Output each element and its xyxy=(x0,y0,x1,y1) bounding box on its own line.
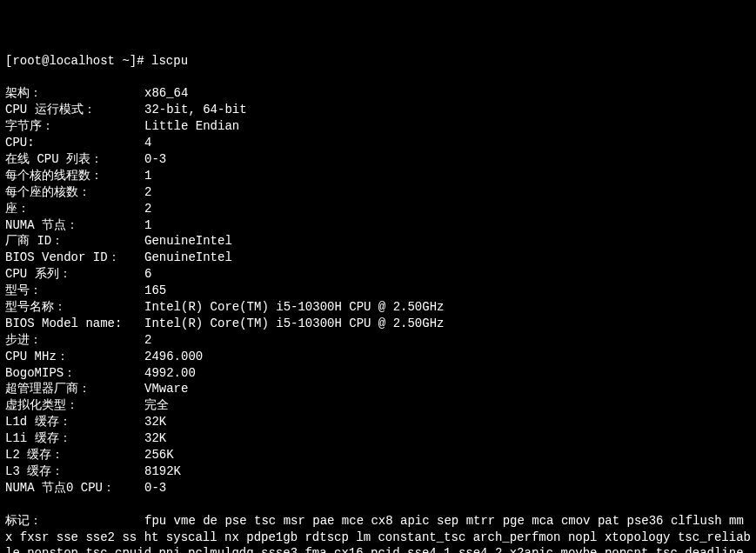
row-label: 每个核的线程数： xyxy=(5,168,144,184)
row-label: CPU 运行模式： xyxy=(5,102,144,118)
output-row: 架构：x86_64 xyxy=(5,85,751,102)
output-row: CPU MHz：2496.000 xyxy=(5,349,751,365)
row-value: 256K xyxy=(144,447,174,463)
row-value: 1 xyxy=(144,217,151,234)
row-value: 6 xyxy=(144,266,151,283)
output-row: 在线 CPU 列表：0-3 xyxy=(5,151,751,168)
row-label: NUMA 节点0 CPU： xyxy=(5,480,144,496)
row-label: BogoMIPS： xyxy=(5,365,144,382)
output-row: 厂商 ID：GenuineIntel xyxy=(5,233,751,250)
row-value: 32-bit, 64-bit xyxy=(144,102,247,118)
row-value: 4 xyxy=(144,135,151,151)
output-row: L2 缓存：256K xyxy=(5,447,751,463)
output-row: BIOS Model name:Intel(R) Core(TM) i5-103… xyxy=(5,316,751,332)
row-label: 座： xyxy=(5,201,144,217)
output-row: L3 缓存：8192K xyxy=(5,463,751,480)
output-row: 虚拟化类型：完全 xyxy=(5,397,751,414)
row-label: CPU MHz： xyxy=(5,349,144,365)
row-label: BIOS Vendor ID： xyxy=(5,250,144,266)
row-label: L2 缓存： xyxy=(5,447,144,463)
output-row: L1i 缓存：32K xyxy=(5,430,751,447)
row-label: CPU: xyxy=(5,135,144,151)
row-value: 完全 xyxy=(144,397,169,414)
entered-command: lscpu xyxy=(151,54,188,68)
row-value: 165 xyxy=(144,283,166,299)
output-row: 每个座的核数：2 xyxy=(5,184,751,201)
row-value: Little Endian xyxy=(144,118,239,135)
row-label: 型号名称： xyxy=(5,299,144,316)
row-label: 在线 CPU 列表： xyxy=(5,151,144,168)
flags-label: 标记： xyxy=(5,513,144,530)
row-value: 2 xyxy=(144,332,151,349)
row-value: 2496.000 xyxy=(144,349,203,365)
output-row: 型号：165 xyxy=(5,283,751,299)
output-row: 字节序：Little Endian xyxy=(5,118,751,135)
row-label: 超管理器厂商： xyxy=(5,381,144,397)
row-label: CPU 系列： xyxy=(5,266,144,283)
row-label: 字节序： xyxy=(5,118,144,135)
row-label: L3 缓存： xyxy=(5,463,144,480)
output-row: 超管理器厂商：VMware xyxy=(5,381,751,397)
row-label: 虚拟化类型： xyxy=(5,397,144,414)
row-value: 0-3 xyxy=(144,480,166,496)
row-label: L1d 缓存： xyxy=(5,414,144,430)
output-row: NUMA 节点0 CPU：0-3 xyxy=(5,480,751,496)
output-row: CPU:4 xyxy=(5,135,751,151)
row-value: 4992.00 xyxy=(144,365,196,382)
output-row: CPU 运行模式：32-bit, 64-bit xyxy=(5,102,751,118)
output-row: L1d 缓存：32K xyxy=(5,414,751,430)
row-value: x86_64 xyxy=(144,85,188,102)
output-row: 座：2 xyxy=(5,201,751,217)
row-label: 步进： xyxy=(5,332,144,349)
output-row: NUMA 节点：1 xyxy=(5,217,751,234)
lscpu-output: 架构：x86_64CPU 运行模式：32-bit, 64-bit字节序：Litt… xyxy=(5,85,751,496)
row-value: 32K xyxy=(144,414,166,430)
row-label: 型号： xyxy=(5,283,144,299)
row-value: 32K xyxy=(144,430,166,447)
row-label: 厂商 ID： xyxy=(5,233,144,250)
row-label: NUMA 节点： xyxy=(5,217,144,234)
row-value: GenuineIntel xyxy=(144,233,232,250)
row-value: 2 xyxy=(144,184,151,201)
output-row: 型号名称：Intel(R) Core(TM) i5-10300H CPU @ 2… xyxy=(5,299,751,316)
row-label: L1i 缓存： xyxy=(5,430,144,447)
shell-prompt: [root@localhost ~]# xyxy=(5,54,151,68)
terminal-prompt-line[interactable]: [root@localhost ~]# lscpu xyxy=(5,53,751,70)
output-row: BogoMIPS：4992.00 xyxy=(5,365,751,382)
row-label: 每个座的核数： xyxy=(5,184,144,201)
row-value: Intel(R) Core(TM) i5-10300H CPU @ 2.50GH… xyxy=(144,299,444,316)
output-row: CPU 系列：6 xyxy=(5,266,751,283)
output-row: BIOS Vendor ID：GenuineIntel xyxy=(5,250,751,266)
row-label: BIOS Model name: xyxy=(5,316,144,332)
row-value: VMware xyxy=(144,381,188,397)
row-value: GenuineIntel xyxy=(144,250,232,266)
output-row: 步进：2 xyxy=(5,332,751,349)
row-value: 8192K xyxy=(144,463,181,480)
row-value: 0-3 xyxy=(144,151,166,168)
row-value: 1 xyxy=(144,168,151,184)
cpu-flags-row: 标记：fpu vme de pse tsc msr pae mce cx8 ap… xyxy=(5,513,751,553)
row-value: 2 xyxy=(144,201,151,217)
output-row: 每个核的线程数：1 xyxy=(5,168,751,184)
row-label: 架构： xyxy=(5,85,144,102)
row-value: Intel(R) Core(TM) i5-10300H CPU @ 2.50GH… xyxy=(144,316,444,332)
